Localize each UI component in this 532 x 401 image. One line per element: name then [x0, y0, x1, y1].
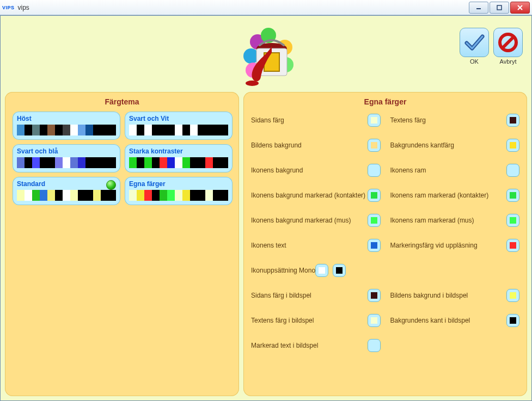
color-picker[interactable] [368, 289, 381, 302]
theme-swatch [101, 190, 108, 201]
theme-swatch-row [17, 125, 116, 135]
color-picker[interactable] [368, 189, 381, 202]
color-label: Sidans färg i bildspel [251, 292, 311, 299]
color-picker[interactable] [368, 164, 381, 177]
cancel-button[interactable]: Avbryt [493, 28, 523, 65]
cancel-label: Avbryt [500, 58, 517, 65]
theme-card[interactable]: Egna färger [125, 177, 233, 205]
theme-swatch [190, 125, 198, 135]
color-preview [371, 342, 377, 349]
theme-swatch [160, 157, 167, 168]
color-label: Bildens bakgrund i bildspel [390, 292, 468, 299]
color-label: Bakgrundens kant i bildspel [390, 317, 470, 324]
color-preview [510, 142, 516, 149]
color-preview [371, 142, 377, 149]
theme-swatch [205, 157, 213, 168]
theme-title: Starka kontraster [129, 147, 228, 155]
theme-swatch [47, 190, 55, 201]
color-preview [510, 317, 516, 324]
color-picker[interactable] [368, 339, 381, 352]
themes-heading: Färgtema [13, 97, 231, 106]
color-row: Ikonens textMarkeringsfärg vid uppläsnin… [251, 237, 519, 254]
theme-card[interactable]: Svart och Vit [125, 112, 233, 140]
maximize-button[interactable] [490, 2, 509, 14]
color-label: Ikonens bakgrund markerad (mus) [251, 217, 351, 224]
theme-card[interactable]: Starka kontraster [125, 144, 233, 172]
color-preview [510, 117, 516, 124]
theme-swatch [47, 125, 55, 135]
theme-swatch [85, 157, 93, 168]
paint-bucket-icon [228, 20, 304, 92]
theme-swatch [47, 157, 55, 168]
color-picker[interactable] [506, 239, 519, 252]
color-row: Ikonens bakgrund markerad (kontakter)Iko… [251, 187, 519, 204]
minimize-button[interactable] [469, 2, 488, 14]
color-picker[interactable] [506, 189, 519, 202]
color-cell: Sidans färg i bildspel [251, 289, 381, 302]
theme-swatch [40, 125, 47, 135]
color-cell: Ikonens bakgrund [251, 164, 381, 177]
theme-swatch [213, 125, 221, 135]
theme-swatch [221, 125, 228, 135]
theme-swatch [167, 125, 175, 135]
theme-swatch-row [17, 190, 116, 201]
color-preview [510, 192, 516, 199]
color-picker[interactable] [506, 314, 519, 327]
theme-swatch [144, 157, 152, 168]
theme-card[interactable]: Höst [13, 112, 120, 140]
theme-swatch [93, 125, 101, 135]
color-picker[interactable] [506, 214, 519, 227]
theme-swatch [152, 125, 160, 135]
window-title: vips [18, 4, 29, 11]
close-button[interactable] [510, 2, 530, 14]
color-picker[interactable] [506, 139, 519, 152]
theme-title: Svart och Vit [129, 115, 228, 122]
color-cell: Ikonens ram markerad (mus) [390, 214, 520, 227]
color-picker[interactable] [368, 139, 381, 152]
color-row: Sidans färgTextens färg [251, 112, 519, 129]
selected-indicator-icon [106, 180, 116, 190]
theme-swatch [144, 125, 152, 135]
color-picker[interactable] [368, 314, 381, 327]
theme-swatch-row [129, 125, 228, 135]
color-row: Ikonens bakgrundIkonens ram [251, 162, 519, 179]
theme-card[interactable]: Svart och blå [13, 144, 120, 172]
color-picker[interactable] [506, 289, 519, 302]
theme-swatch [167, 190, 175, 201]
color-picker[interactable] [368, 214, 381, 227]
client-area: OK Avbryt Färgtema HöstSvart och VitSvar… [0, 15, 532, 401]
theme-title: Svart och blå [17, 147, 116, 155]
theme-swatch [85, 190, 93, 201]
color-cell: Bakgrundens kant i bildspel [390, 314, 520, 327]
color-cell: Markerad text i bildspel [251, 339, 381, 352]
theme-swatch [78, 157, 85, 168]
color-cell: Textens färg [390, 114, 520, 127]
theme-swatch [108, 157, 116, 168]
ok-button[interactable]: OK [460, 28, 489, 65]
theme-swatch [63, 190, 70, 201]
color-cell: Bakgrundens kantfärg [390, 139, 520, 152]
color-picker[interactable] [506, 114, 519, 127]
theme-swatch [40, 157, 47, 168]
color-preview [371, 192, 377, 199]
theme-swatch [70, 190, 78, 201]
theme-swatch [152, 157, 160, 168]
color-picker[interactable] [506, 164, 519, 177]
theme-card[interactable]: Standard [13, 177, 120, 205]
theme-swatch [55, 125, 63, 135]
svg-rect-1 [497, 5, 502, 10]
theme-swatch [108, 190, 116, 201]
theme-swatch [152, 190, 160, 201]
color-label: Bildens bakgrund [251, 141, 302, 149]
theme-swatch [175, 125, 182, 135]
mono-color-picker[interactable] [333, 264, 346, 277]
color-cell: Ikonens ram [390, 164, 520, 177]
color-picker[interactable] [368, 239, 381, 252]
color-picker[interactable] [368, 114, 381, 127]
mono-color-picker[interactable] [315, 264, 328, 277]
color-label: Ikonens ram [390, 166, 426, 174]
color-label: Ikonens bakgrund markerad (kontakter) [251, 192, 365, 199]
svg-line-15 [503, 37, 513, 48]
theme-swatch [129, 157, 137, 168]
theme-swatch [175, 157, 182, 168]
